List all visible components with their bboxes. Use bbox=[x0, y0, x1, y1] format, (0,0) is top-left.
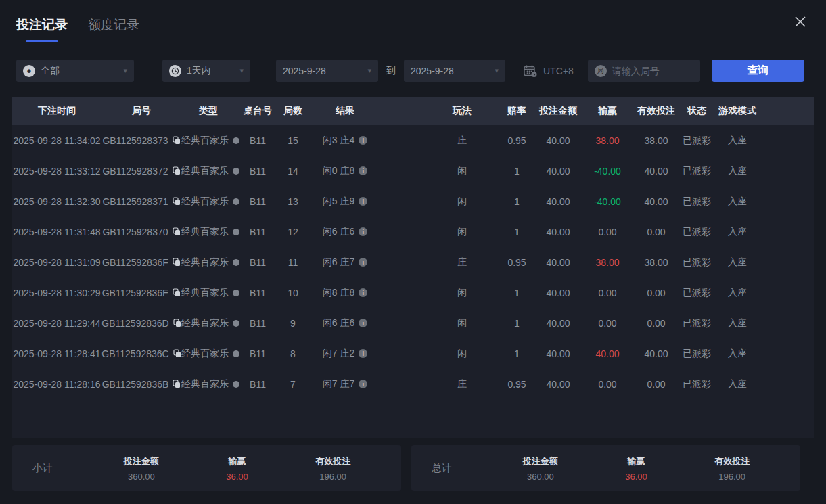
search-button[interactable]: 查询 bbox=[712, 60, 804, 82]
bet-records-dialog: { "tabs": [ { "label": "投注记录", "active":… bbox=[0, 0, 826, 504]
cell-text: GB112592836E bbox=[102, 288, 169, 298]
copy-icon[interactable] bbox=[173, 319, 181, 327]
live-dot-icon bbox=[233, 198, 239, 205]
cell-text: 1 bbox=[514, 288, 520, 298]
cell-text: 已派彩 bbox=[683, 378, 711, 389]
round-number-field[interactable]: 局 bbox=[588, 60, 700, 82]
subtotal-label: 小计 bbox=[32, 462, 93, 475]
cell-round_id: GB112592836F bbox=[101, 247, 181, 277]
column-header: 投注金额 bbox=[537, 97, 579, 125]
info-icon[interactable]: i bbox=[359, 197, 367, 206]
cell-text: 7 bbox=[290, 379, 296, 390]
info-icon[interactable]: i bbox=[359, 136, 367, 145]
cell-text: 已派彩 bbox=[683, 226, 711, 237]
stat-label: 投注金额 bbox=[492, 455, 589, 467]
tab-quota-records[interactable]: 额度记录 bbox=[88, 16, 139, 42]
tab-bet-records[interactable]: 投注记录 bbox=[16, 16, 68, 42]
cell-valid_bet: 38.00 bbox=[636, 247, 676, 277]
copy-icon[interactable] bbox=[173, 166, 181, 175]
spacer-cell bbox=[758, 156, 814, 186]
cell-round_id: GB112592836D bbox=[101, 308, 181, 338]
info-icon[interactable]: i bbox=[359, 319, 367, 327]
cell-bet_amount: 40.00 bbox=[537, 186, 579, 216]
info-icon[interactable]: i bbox=[359, 288, 367, 297]
copy-icon[interactable] bbox=[173, 258, 181, 267]
spacer-cell bbox=[758, 369, 814, 399]
cell-bet_amount: 40.00 bbox=[537, 216, 579, 247]
cell-text: 38.00 bbox=[644, 135, 668, 146]
cell-text: 40.00 bbox=[644, 348, 668, 359]
cell-text: 0.00 bbox=[647, 227, 665, 237]
column-header: 结果 bbox=[306, 97, 384, 125]
stat-value: 196.00 bbox=[684, 472, 780, 482]
cell-valid_bet: 0.00 bbox=[636, 308, 676, 338]
cell-text: GB112592836F bbox=[102, 257, 168, 268]
cell-text: B11 bbox=[250, 135, 266, 146]
tab-bar: 投注记录 额度记录 bbox=[16, 16, 810, 42]
copy-icon[interactable] bbox=[173, 349, 181, 358]
table-row: 2025-09-28 11:34:02GB1125928373经典百家乐B111… bbox=[12, 125, 814, 156]
copy-icon[interactable] bbox=[173, 227, 181, 236]
cell-round_id: GB1125928370 bbox=[101, 216, 181, 247]
cell-table_no: B11 bbox=[235, 186, 280, 216]
cell-win_loss: 0.00 bbox=[579, 216, 636, 247]
cell-bet_amount: 40.00 bbox=[537, 156, 579, 186]
info-icon[interactable]: i bbox=[359, 380, 367, 388]
info-icon[interactable]: i bbox=[359, 349, 367, 358]
cell-text: 入座 bbox=[728, 165, 747, 176]
time-range-select[interactable]: 1天内 ▾ bbox=[162, 60, 250, 82]
table-row: 2025-09-28 11:33:12GB1125928372经典百家乐B111… bbox=[12, 156, 814, 186]
cell-table_no: B11 bbox=[235, 338, 280, 369]
column-header: 状态 bbox=[676, 97, 717, 125]
cell-text: 2025-09-28 11:32:30 bbox=[14, 196, 101, 207]
date-to-select[interactable]: 2025-9-28 ▾ bbox=[404, 60, 505, 82]
stat-value: 360.00 bbox=[492, 472, 589, 482]
info-icon[interactable]: i bbox=[359, 258, 367, 267]
info-icon[interactable]: i bbox=[359, 166, 367, 175]
cell-odds: 1 bbox=[497, 338, 537, 369]
cell-text: GB112592836C bbox=[101, 348, 168, 359]
cell-mode: 入座 bbox=[717, 277, 758, 308]
game-type-value: 全部 bbox=[41, 65, 60, 77]
column-header: 局数 bbox=[280, 97, 306, 125]
date-from-select[interactable]: 2025-9-28 ▾ bbox=[276, 60, 378, 82]
copy-icon[interactable] bbox=[173, 197, 181, 206]
cell-text: B11 bbox=[250, 166, 266, 177]
cell-time: 2025-09-28 11:34:02 bbox=[12, 125, 101, 156]
cell-text: 入座 bbox=[728, 256, 747, 267]
cell-text: 15 bbox=[288, 135, 298, 146]
cell-play: 闲 bbox=[428, 156, 497, 186]
cell-time: 2025-09-28 11:33:12 bbox=[12, 156, 101, 186]
copy-icon[interactable] bbox=[173, 288, 181, 297]
table-row: 2025-09-28 11:32:30GB1125928371经典百家乐B111… bbox=[12, 186, 814, 216]
game-type-select[interactable]: ♠ 全部 ▾ bbox=[16, 60, 134, 82]
column-header: 游戏模式 bbox=[717, 97, 758, 125]
summary-stat: 投注金额360.00 bbox=[492, 455, 589, 482]
cell-round_id: GB1125928372 bbox=[101, 156, 181, 186]
cell-text: 闲6 庄6 bbox=[323, 226, 354, 238]
cell-text: 0.00 bbox=[647, 288, 665, 298]
column-header: 赔率 bbox=[497, 97, 537, 125]
cell-time: 2025-09-28 11:29:44 bbox=[12, 308, 101, 338]
cell-valid_bet: 0.00 bbox=[636, 277, 676, 308]
cell-round_no: 15 bbox=[280, 125, 306, 156]
cell-result: 闲7 庄7i bbox=[306, 369, 384, 399]
spacer-cell bbox=[758, 247, 814, 277]
round-number-input[interactable] bbox=[612, 66, 693, 76]
close-button[interactable] bbox=[791, 12, 810, 31]
cell-text: 0.00 bbox=[598, 318, 616, 329]
cell-win_loss: 38.00 bbox=[579, 247, 636, 277]
spacer-cell bbox=[758, 125, 814, 156]
cell-round_id: GB1125928373 bbox=[101, 125, 181, 156]
cell-text: 40.00 bbox=[546, 348, 570, 359]
spacer-cell bbox=[384, 186, 428, 216]
stat-value: 196.00 bbox=[285, 472, 381, 482]
cell-win_loss: 0.00 bbox=[579, 308, 636, 338]
total-panel: 总计 投注金额360.00输赢36.00有效投注196.00 bbox=[411, 445, 800, 491]
cell-valid_bet: 40.00 bbox=[636, 156, 676, 186]
close-icon bbox=[794, 15, 807, 28]
summary-row: 小计 投注金额360.00输赢36.00有效投注196.00 总计 投注金额36… bbox=[12, 445, 814, 491]
info-icon[interactable]: i bbox=[359, 227, 367, 236]
copy-icon[interactable] bbox=[173, 380, 181, 388]
copy-icon[interactable] bbox=[173, 136, 181, 145]
